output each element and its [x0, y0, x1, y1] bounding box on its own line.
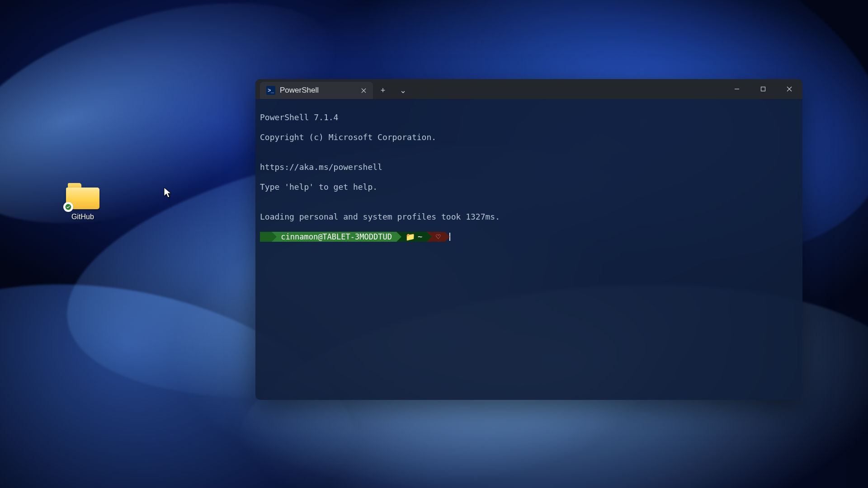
- titlebar-drag-region[interactable]: [413, 79, 724, 99]
- output-line: https://aka.ms/powershell: [260, 162, 798, 172]
- output-line: PowerShell 7.1.4: [260, 113, 798, 122]
- output-line: Loading personal and system profiles too…: [260, 212, 798, 222]
- prompt-path: ~: [418, 232, 422, 242]
- desktop-icon-label: GitHub: [71, 213, 94, 221]
- sync-check-icon: [63, 202, 73, 212]
- tab-powershell[interactable]: >_ PowerShell: [260, 82, 373, 99]
- titlebar[interactable]: >_ PowerShell + ⌄: [255, 79, 802, 99]
- new-tab-button[interactable]: +: [373, 82, 393, 99]
- output-line: Type 'help' to get help.: [260, 182, 798, 192]
- heart-icon: ♡: [436, 232, 440, 242]
- close-button[interactable]: [776, 79, 802, 99]
- prompt-userhost: cinnamon@TABLET-3MODDTUD: [281, 232, 392, 242]
- tab-title: PowerShell: [280, 86, 353, 95]
- folder-icon: [66, 183, 99, 209]
- output-line: Copyright (c) Microsoft Corporation.: [260, 132, 798, 142]
- powershell-icon: >_: [266, 86, 275, 95]
- maximize-button[interactable]: [750, 79, 776, 99]
- folder-glyph-icon: 📁: [406, 232, 415, 242]
- desktop-icon-github[interactable]: GitHub: [60, 183, 105, 221]
- svg-rect-1: [761, 87, 765, 91]
- prompt[interactable]: cinnamon@TABLET-3MODDTUD 📁~ ♡: [260, 232, 798, 242]
- terminal-window[interactable]: >_ PowerShell + ⌄ PowerShell 7.1.4 Copyr…: [255, 79, 802, 400]
- prompt-segment-start: [260, 232, 272, 242]
- terminal-output[interactable]: PowerShell 7.1.4 Copyright (c) Microsoft…: [255, 99, 802, 400]
- tab-dropdown-button[interactable]: ⌄: [393, 82, 413, 99]
- tab-close-button[interactable]: [358, 84, 369, 96]
- prompt-segment-userhost: cinnamon@TABLET-3MODDTUD: [272, 232, 396, 242]
- minimize-button[interactable]: [724, 79, 750, 99]
